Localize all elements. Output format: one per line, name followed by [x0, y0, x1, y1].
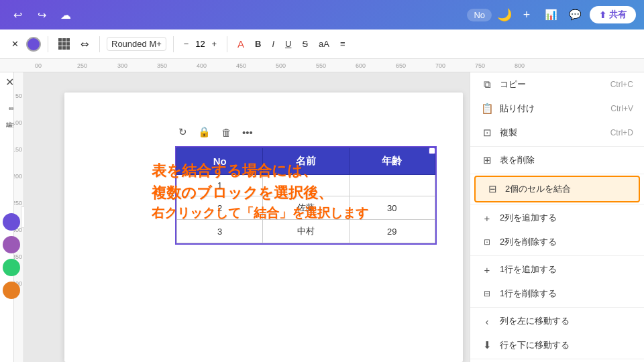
- ruler-mark-11: 750: [475, 62, 485, 69]
- merge-icon: ⊟: [486, 183, 498, 195]
- delete-icon[interactable]: 🗑: [221, 127, 231, 138]
- table-wrapper: No 名前 年齢 1 2: [175, 146, 437, 245]
- table-row: 2 佐藤 30: [177, 196, 435, 220]
- cloud-button[interactable]: ☁: [56, 5, 75, 24]
- sidebar-left: ✕ ✏ 編集 50 100 150 200 250 300 350 400 ‹: [0, 72, 24, 362]
- font-size-control: − 12 +: [180, 37, 220, 51]
- del-rows-icon: ⊟: [481, 289, 493, 298]
- close-button[interactable]: ✕: [8, 37, 22, 51]
- more-icon[interactable]: •••: [242, 127, 253, 138]
- share-button[interactable]: ⬆ 共有: [590, 6, 636, 23]
- menu-duplicate-left: ⊡ 複製: [481, 127, 517, 139]
- table-row: 1: [177, 175, 435, 196]
- align-button[interactable]: ≡: [337, 37, 349, 51]
- move-row-down-icon: ⬇: [481, 339, 493, 351]
- menu-move-row-down-left: ⬇ 行を下に移動する: [481, 339, 570, 351]
- table-row: 3 中村 29: [177, 220, 435, 243]
- font-color-button[interactable]: A: [234, 36, 248, 52]
- menu-copy-label: コピー: [500, 78, 526, 90]
- move-col-left-icon: ‹: [481, 316, 493, 327]
- underline-button[interactable]: U: [282, 37, 294, 51]
- ruler-mark-2: 300: [117, 62, 127, 69]
- moon-icon: 🌙: [497, 7, 512, 22]
- menu-duplicate[interactable]: ⊡ 複製 Ctrl+D: [470, 121, 644, 145]
- menu-delete-table[interactable]: ⊞ 表を削除: [470, 148, 644, 172]
- td-age-3[interactable]: 29: [349, 220, 435, 243]
- td-age-2[interactable]: 30: [349, 196, 435, 220]
- menu-merge-cells[interactable]: ⊟ 2個のセルを結合: [474, 176, 640, 202]
- menu-paste[interactable]: 📋 貼り付け Ctrl+V: [470, 97, 644, 121]
- toolbar: ✕ ⇔ Rounded M+ − 12 + A B I U S aA ≡: [0, 29, 644, 59]
- td-name-1[interactable]: [263, 175, 349, 196]
- th-name[interactable]: 名前: [263, 148, 349, 175]
- add-button[interactable]: +: [517, 5, 536, 24]
- td-no-3[interactable]: 3: [177, 220, 263, 243]
- menu-add-cols-label: 2列を追加する: [500, 212, 557, 224]
- top-bar: ↩ ↪ ☁ No 🌙 + 📊 💬 ⬆ 共有: [0, 0, 644, 29]
- table-view-button[interactable]: [55, 36, 73, 52]
- redo-button[interactable]: ↪: [32, 5, 51, 24]
- divider-2: [99, 36, 100, 52]
- strikethrough-button[interactable]: S: [299, 37, 311, 51]
- menu-divider-5: [470, 307, 644, 308]
- paste-icon: 📋: [481, 103, 493, 115]
- aa-button[interactable]: aA: [315, 37, 333, 51]
- menu-paste-left: 📋 貼り付け: [481, 103, 535, 115]
- chart-button[interactable]: 📊: [541, 5, 560, 24]
- chat-button[interactable]: 💬: [566, 5, 584, 24]
- shape-green[interactable]: [3, 259, 20, 276]
- shape-purple[interactable]: [3, 213, 20, 231]
- font-name[interactable]: Rounded M+: [107, 37, 166, 51]
- menu-move-col-left[interactable]: ‹ 列を左に移動する: [470, 309, 644, 333]
- menu-divider-1: [470, 146, 644, 147]
- menu-duplicate-shortcut: Ctrl+D: [610, 128, 633, 137]
- ruler-mark-3: 350: [157, 62, 167, 69]
- td-no-1[interactable]: 1: [177, 175, 263, 196]
- menu-divider-2: [470, 174, 644, 174]
- ruler-mark-6: 500: [276, 62, 286, 69]
- italic-button[interactable]: I: [268, 37, 278, 51]
- font-increase-button[interactable]: +: [208, 37, 220, 51]
- th-no[interactable]: No: [177, 148, 263, 175]
- add-rows-icon: +: [481, 264, 493, 276]
- menu-move-row-down[interactable]: ⬇ 行を下に移動する: [470, 333, 644, 357]
- copy-icon: ⧉: [481, 78, 493, 90]
- shape-orange[interactable]: [3, 282, 20, 299]
- menu-divider-4: [470, 255, 644, 256]
- width-button[interactable]: ⇔: [77, 36, 93, 52]
- td-name-3[interactable]: 中村: [263, 220, 349, 243]
- font-decrease-button[interactable]: −: [180, 37, 193, 51]
- ruler-mark-9: 650: [396, 62, 406, 69]
- menu-copy[interactable]: ⧉ コピー Ctrl+C: [470, 72, 644, 97]
- menu-merge-label: 2個のセルを結合: [505, 183, 571, 195]
- ruler-mark-1: 250: [77, 62, 87, 69]
- menu-paste-shortcut: Ctrl+V: [610, 104, 633, 113]
- td-no-2[interactable]: 2: [177, 196, 263, 220]
- canvas-area[interactable]: ↻ 🔒 🗑 ••• ••• ⋮ No: [24, 72, 470, 362]
- shape-palette: [3, 213, 20, 299]
- v-mark-1: 100: [13, 119, 22, 126]
- resize-handle[interactable]: [429, 147, 435, 154]
- menu-del-cols[interactable]: ⊡ 2列を削除する: [470, 230, 644, 254]
- menu-add-rows[interactable]: + 1行を追加する: [470, 257, 644, 282]
- menu-del-rows[interactable]: ⊟ 1行を削除する: [470, 282, 644, 306]
- menu-duplicate-label: 複製: [500, 127, 517, 139]
- menu-copy-shortcut: Ctrl+C: [610, 80, 633, 89]
- menu-merge-left: ⊟ 2個のセルを結合: [486, 183, 571, 195]
- add-cols-icon: +: [481, 213, 493, 224]
- ruler-mark-4: 400: [197, 62, 207, 69]
- color-picker[interactable]: [26, 37, 41, 52]
- canvas-page: ↻ 🔒 🗑 ••• ••• ⋮ No: [64, 93, 463, 362]
- td-name-2[interactable]: 佐藤: [263, 196, 349, 220]
- ruler-horizontal: 00 250 300 350 400 450 500 550 600 650 7…: [0, 59, 644, 72]
- menu-move-col-left-left: ‹ 列を左に移動する: [481, 315, 570, 327]
- rotate-icon[interactable]: ↻: [178, 126, 187, 138]
- th-age[interactable]: 年齢: [349, 148, 435, 175]
- td-age-1[interactable]: [349, 175, 435, 196]
- lock-icon[interactable]: 🔒: [198, 126, 211, 138]
- menu-add-cols[interactable]: + 2列を追加する: [470, 206, 644, 230]
- menu-move-col-left-label: 列を左に移動する: [500, 315, 570, 327]
- bold-button[interactable]: B: [252, 37, 264, 51]
- shape-violet[interactable]: [3, 236, 20, 253]
- undo-button[interactable]: ↩: [8, 5, 27, 24]
